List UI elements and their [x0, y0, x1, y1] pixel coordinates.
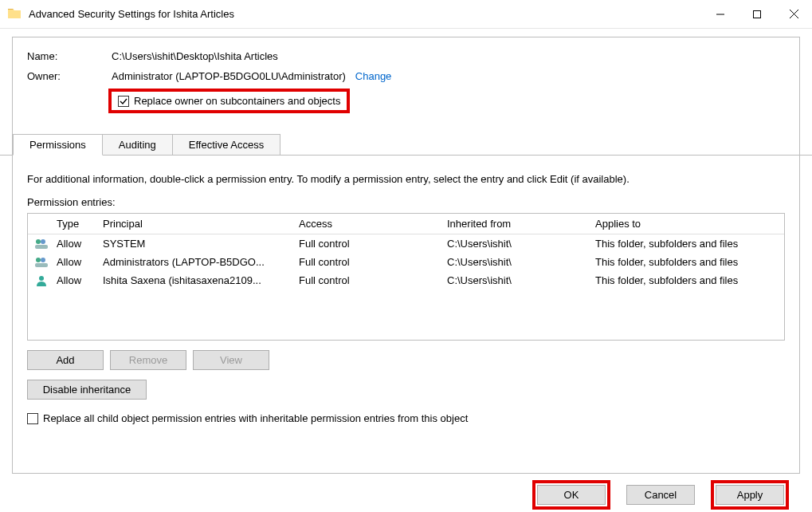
apply-button[interactable]: Apply [716, 485, 784, 505]
svg-point-8 [41, 258, 45, 262]
table-row[interactable]: Allow Ishita Saxena (ishitasaxena2109...… [28, 271, 784, 289]
replace-all-row: Replace all child object permission entr… [27, 412, 785, 424]
tabs: Permissions Auditing Effective Access [13, 134, 785, 156]
window-title: Advanced Security Settings for Ishita Ar… [29, 8, 234, 20]
replace-owner-highlight: Replace owner on subcontainers and objec… [108, 89, 350, 113]
user-icon [34, 275, 57, 286]
table-header: Type Principal Access Inherited from App… [28, 214, 784, 234]
header-access[interactable]: Access [299, 218, 447, 230]
replace-owner-checkbox[interactable] [118, 96, 129, 107]
maximize-button[interactable] [739, 0, 775, 29]
tab-auditing[interactable]: Auditing [102, 134, 173, 156]
svg-point-5 [41, 239, 45, 244]
replace-owner-label: Replace owner on subcontainers and objec… [134, 95, 340, 107]
table-row[interactable]: Allow SYSTEM Full control C:\Users\ishit… [28, 234, 784, 253]
replace-all-checkbox[interactable] [27, 413, 38, 424]
ok-highlight: OK [532, 480, 610, 510]
name-value: C:\Users\ishit\Desktop\Ishita Articles [112, 50, 278, 62]
owner-label: Owner: [27, 70, 112, 82]
owner-row: Owner: Administrator (LAPTOP-B5DGO0LU\Ad… [27, 70, 785, 82]
tab-effective-access[interactable]: Effective Access [172, 134, 280, 156]
permission-entries-table: Type Principal Access Inherited from App… [27, 213, 785, 341]
svg-point-4 [36, 239, 41, 244]
close-button[interactable] [775, 0, 812, 29]
apply-highlight: Apply [711, 480, 789, 510]
ok-button[interactable]: OK [537, 485, 606, 505]
group-icon [34, 257, 57, 268]
table-row[interactable]: Allow Administrators (LAPTOP-B5DGO... Fu… [28, 253, 784, 271]
disable-inheritance-button[interactable]: Disable inheritance [27, 380, 147, 400]
svg-rect-1 [754, 10, 761, 18]
replace-all-label: Replace all child object permission entr… [43, 412, 468, 424]
name-row: Name: C:\Users\ishit\Desktop\Ishita Arti… [27, 50, 785, 62]
header-principal[interactable]: Principal [103, 218, 299, 230]
titlebar: Advanced Security Settings for Ishita Ar… [0, 0, 812, 29]
folder-icon [8, 7, 21, 21]
add-button[interactable]: Add [27, 350, 104, 370]
header-type[interactable]: Type [57, 218, 103, 230]
cancel-button[interactable]: Cancel [626, 485, 695, 505]
name-label: Name: [27, 50, 112, 62]
svg-point-7 [36, 258, 41, 262]
entries-label: Permission entries: [27, 196, 785, 208]
owner-value: Administrator (LAPTOP-B5DGO0LU\Administr… [112, 70, 346, 82]
svg-rect-9 [35, 263, 48, 267]
header-applies[interactable]: Applies to [595, 218, 778, 230]
svg-point-10 [39, 276, 44, 281]
change-owner-link[interactable]: Change [355, 70, 392, 82]
minimize-button[interactable] [702, 0, 739, 29]
tab-permissions[interactable]: Permissions [13, 134, 103, 156]
svg-rect-6 [35, 245, 48, 249]
group-icon [34, 238, 57, 250]
view-button[interactable]: View [193, 350, 269, 370]
header-inherited[interactable]: Inherited from [447, 218, 595, 230]
info-text: For additional information, double-click… [27, 173, 785, 185]
remove-button[interactable]: Remove [110, 350, 186, 370]
